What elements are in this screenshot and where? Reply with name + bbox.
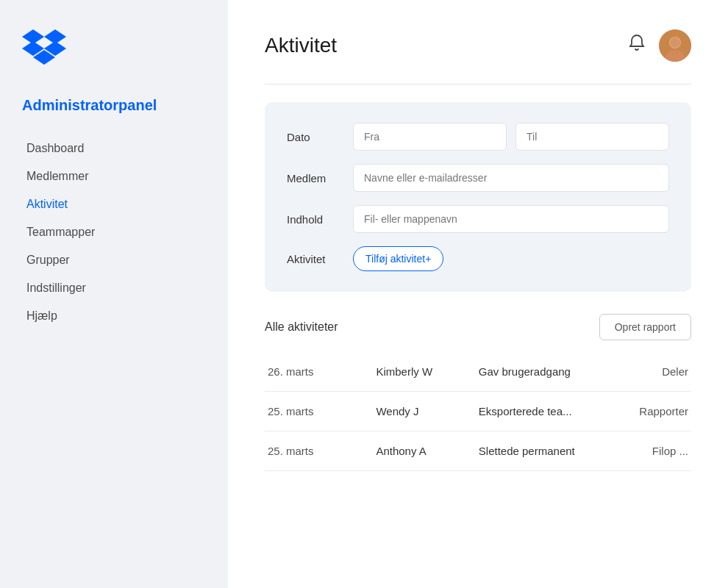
row-user: Kimberly W <box>367 352 469 392</box>
row-action: Eksporterede tea... <box>470 392 614 431</box>
nav-list: Dashboard Medlemmer Aktivitet Teammapper… <box>22 136 206 329</box>
filter-row-member: Medlem <box>287 164 669 192</box>
all-activities-label: Alle aktiviteter <box>265 320 338 334</box>
sidebar: Administratorpanel Dashboard Medlemmer A… <box>0 0 228 588</box>
filter-row-activity: Aktivitet Tilføj aktivitet+ <box>287 246 669 271</box>
logo-area <box>22 29 206 68</box>
content-input[interactable] <box>353 205 669 233</box>
activity-section-header: Alle aktiviteter Opret rapport <box>265 314 691 340</box>
row-category: Filop ... <box>614 431 691 471</box>
sidebar-item-settings[interactable]: Indstillinger <box>22 276 206 301</box>
bell-icon[interactable] <box>627 33 647 58</box>
dropbox-logo-icon <box>22 29 66 65</box>
header: Aktivitet <box>265 29 691 62</box>
sidebar-item-members[interactable]: Medlemmer <box>22 164 206 189</box>
row-date: 26. marts <box>265 352 367 392</box>
member-input[interactable] <box>353 164 669 192</box>
sidebar-item-groups[interactable]: Grupper <box>22 248 206 273</box>
row-action: Gav brugeradgang <box>470 352 614 392</box>
content-inputs <box>353 205 669 233</box>
activity-filter-label: Aktivitet <box>287 253 353 265</box>
sidebar-item-team-folders[interactable]: Teammapper <box>22 220 206 245</box>
content-label: Indhold <box>287 213 353 226</box>
avatar[interactable] <box>659 29 691 62</box>
row-category: Deler <box>614 352 691 392</box>
create-report-button[interactable]: Opret rapport <box>599 314 691 340</box>
table-row: 25. marts Anthony A Slettede permanent F… <box>265 431 691 471</box>
activity-table: 26. marts Kimberly W Gav brugeradgang De… <box>265 352 691 471</box>
filter-row-date: Dato <box>287 123 669 151</box>
svg-point-8 <box>670 37 680 48</box>
row-user: Anthony A <box>367 431 469 471</box>
date-inputs <box>353 123 669 151</box>
date-label: Dato <box>287 131 353 143</box>
header-icons <box>627 29 691 62</box>
activity-table-body: 26. marts Kimberly W Gav brugeradgang De… <box>265 352 691 471</box>
member-label: Medlem <box>287 172 353 184</box>
page-title: Aktivitet <box>265 34 337 57</box>
activity-tag-container: Tilføj aktivitet+ <box>353 246 669 271</box>
row-user: Wendy J <box>367 392 469 431</box>
filter-card: Dato Medlem Indhold Aktivitet Tilføj akt… <box>265 102 691 292</box>
member-inputs <box>353 164 669 192</box>
main-content: Aktivitet Dato <box>228 0 728 588</box>
row-date: 25. marts <box>265 431 367 471</box>
table-row: 25. marts Wendy J Eksporterede tea... Ra… <box>265 392 691 431</box>
header-divider <box>265 84 691 85</box>
table-row: 26. marts Kimberly W Gav brugeradgang De… <box>265 352 691 392</box>
panel-title: Administratorpanel <box>22 97 206 114</box>
filter-row-content: Indhold <box>287 205 669 233</box>
sidebar-item-activity[interactable]: Aktivitet <box>22 192 206 217</box>
row-action: Slettede permanent <box>470 431 614 471</box>
date-to-input[interactable] <box>515 123 669 151</box>
sidebar-item-help[interactable]: Hjælp <box>22 304 206 329</box>
date-from-input[interactable] <box>353 123 507 151</box>
add-activity-tag[interactable]: Tilføj aktivitet+ <box>353 246 443 271</box>
row-category: Rapporter <box>614 392 691 431</box>
sidebar-item-dashboard[interactable]: Dashboard <box>22 136 206 161</box>
row-date: 25. marts <box>265 392 367 431</box>
